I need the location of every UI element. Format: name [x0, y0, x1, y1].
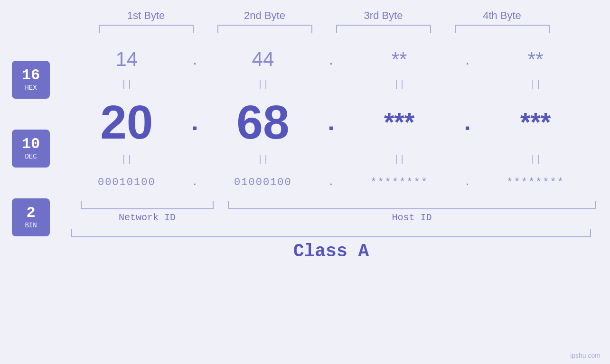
bracket-top-1 [99, 25, 194, 33]
eq1-1: || [67, 79, 186, 90]
bracket-top-2 [217, 25, 312, 33]
dot-hex-2: . [324, 51, 338, 68]
network-bracket [81, 201, 214, 209]
byte-header-3: 3rd Byte [324, 9, 443, 33]
bin-byte-3: ******** [340, 177, 459, 188]
hex-byte-4: ** [476, 48, 595, 71]
bracket-top-4 [455, 25, 550, 33]
bin-row: 00010100 . 01000100 . ******** . *******… [62, 166, 601, 199]
bracket-top-3 [336, 25, 431, 33]
eq1-3: || [340, 79, 459, 90]
hex-byte-1: 14 [67, 48, 186, 71]
dec-byte-2: 68 [204, 95, 322, 149]
byte-header-1: 1st Byte [87, 9, 206, 33]
dec-row: 20 . 68 . *** . *** [62, 91, 601, 153]
watermark: ipshu.com [570, 352, 601, 359]
class-label-row: Class A [62, 241, 601, 261]
bin-byte-1: 00010100 [67, 177, 186, 188]
bin-badge: 2 BIN [12, 198, 50, 236]
eq2-2: || [204, 154, 322, 165]
eq2-3: || [340, 154, 459, 165]
dec-byte-3: *** [340, 107, 459, 137]
dec-byte-1: 20 [67, 95, 186, 149]
main-container: 1st Byte 2nd Byte 3rd Byte 4th Byte 16 H… [0, 0, 610, 364]
eq2-1: || [67, 154, 186, 165]
eq1-2: || [204, 79, 322, 90]
class-label: Class A [293, 241, 369, 261]
eq2-4: || [476, 154, 595, 165]
network-host-labels: Network ID Host ID [62, 212, 601, 223]
dec-byte-4: *** [476, 107, 595, 137]
hex-byte-3: ** [340, 48, 459, 71]
equals-row-2: || || || || [62, 154, 601, 165]
dot-hex-3: . [460, 51, 475, 68]
labels-column: 16 HEX 10 DEC 2 BIN [0, 40, 62, 261]
dec-badge: 10 DEC [12, 130, 50, 168]
equals-row-1: || || || || [62, 79, 601, 90]
dot-dec-1: . [188, 108, 202, 136]
full-bracket [71, 229, 591, 237]
class-bracket [62, 229, 601, 237]
byte-header-4: 4th Byte [443, 9, 562, 33]
network-host-brackets [62, 201, 601, 209]
hex-badge: 16 HEX [12, 61, 50, 99]
bin-byte-4: ******** [476, 177, 595, 188]
eq1-4: || [476, 79, 595, 90]
network-id-label: Network ID [81, 212, 214, 223]
byte-header-2: 2nd Byte [206, 9, 324, 33]
hex-byte-2: 44 [204, 48, 322, 71]
host-id-label: Host ID [228, 212, 596, 223]
dot-bin-3: . [460, 177, 475, 188]
dot-dec-2: . [324, 108, 338, 136]
host-bracket [228, 201, 596, 209]
bin-byte-2: 01000100 [204, 177, 322, 188]
byte-headers: 1st Byte 2nd Byte 3rd Byte 4th Byte [63, 9, 609, 33]
dot-bin-1: . [188, 177, 202, 188]
dot-dec-3: . [460, 108, 475, 136]
dot-hex-1: . [188, 51, 202, 68]
dot-bin-2: . [324, 177, 338, 188]
hex-row: 14 . 44 . ** . ** [62, 40, 601, 78]
